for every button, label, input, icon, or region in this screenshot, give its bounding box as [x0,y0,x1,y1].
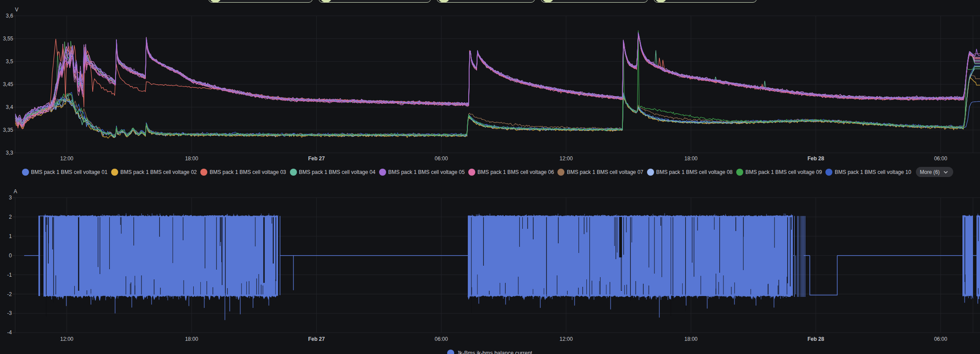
svg-text:18:00: 18:00 [185,336,198,342]
svg-text:V: V [15,7,18,13]
svg-text:06:00: 06:00 [934,336,947,342]
svg-text:12:00: 12:00 [60,336,73,342]
svg-text:06:00: 06:00 [435,336,448,342]
svg-text:12:00: 12:00 [560,155,573,162]
svg-text:Feb 27: Feb 27 [308,155,325,162]
svg-text:-1: -1 [7,272,12,278]
svg-text:12:00: 12:00 [560,336,573,342]
svg-text:18:00: 18:00 [684,336,698,342]
svg-text:3,6: 3,6 [6,13,13,19]
svg-text:1: 1 [9,233,12,239]
svg-text:18:00: 18:00 [684,155,698,162]
svg-text:-3: -3 [7,310,12,316]
svg-text:0: 0 [9,253,12,259]
svg-text:3,45: 3,45 [3,81,14,87]
svg-text:3,35: 3,35 [3,127,14,133]
svg-text:-4: -4 [7,329,12,336]
svg-text:3,55: 3,55 [3,36,14,42]
svg-text:Feb 28: Feb 28 [807,155,824,162]
svg-text:06:00: 06:00 [435,155,448,162]
svg-text:-2: -2 [7,291,12,297]
svg-text:Feb 28: Feb 28 [807,336,824,342]
svg-text:3: 3 [9,195,12,201]
svg-text:06:00: 06:00 [934,155,947,162]
svg-text:Feb 27: Feb 27 [308,336,325,342]
svg-text:2: 2 [9,214,12,220]
svg-text:3,5: 3,5 [6,58,13,65]
svg-text:A: A [14,188,17,195]
svg-text:3,3: 3,3 [6,150,13,156]
svg-text:12:00: 12:00 [60,155,73,162]
svg-text:3,4: 3,4 [6,104,13,110]
svg-text:18:00: 18:00 [185,155,198,162]
